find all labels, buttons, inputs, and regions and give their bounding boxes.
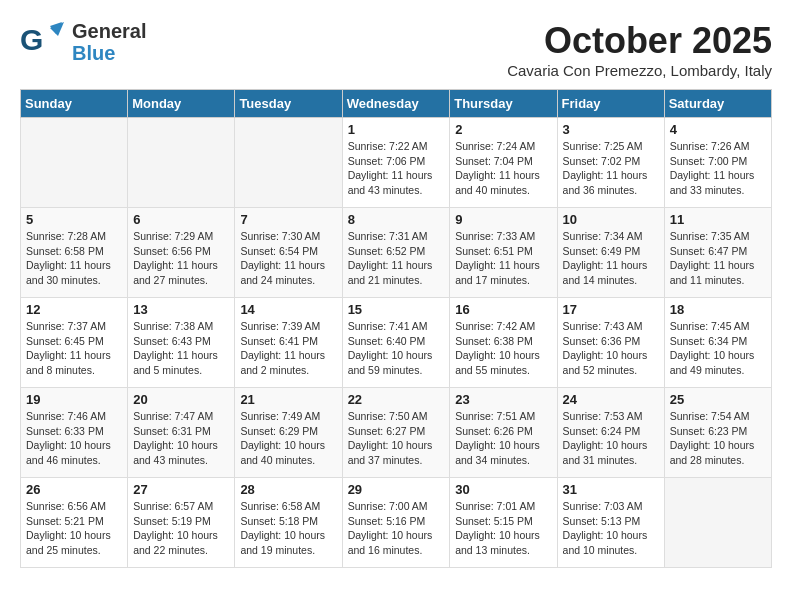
logo-subtext: Blue — [72, 42, 146, 64]
calendar-week-row: 19Sunrise: 7:46 AM Sunset: 6:33 PM Dayli… — [21, 388, 772, 478]
day-number: 22 — [348, 392, 445, 407]
calendar-cell: 15Sunrise: 7:41 AM Sunset: 6:40 PM Dayli… — [342, 298, 450, 388]
calendar-cell: 9Sunrise: 7:33 AM Sunset: 6:51 PM Daylig… — [450, 208, 557, 298]
day-number: 27 — [133, 482, 229, 497]
day-number: 10 — [563, 212, 659, 227]
day-number: 1 — [348, 122, 445, 137]
day-number: 13 — [133, 302, 229, 317]
day-info: Sunrise: 7:51 AM Sunset: 6:26 PM Dayligh… — [455, 409, 551, 468]
calendar-day-header: Friday — [557, 90, 664, 118]
calendar-cell: 2Sunrise: 7:24 AM Sunset: 7:04 PM Daylig… — [450, 118, 557, 208]
calendar-cell: 14Sunrise: 7:39 AM Sunset: 6:41 PM Dayli… — [235, 298, 342, 388]
day-number: 12 — [26, 302, 122, 317]
calendar-week-row: 12Sunrise: 7:37 AM Sunset: 6:45 PM Dayli… — [21, 298, 772, 388]
day-number: 29 — [348, 482, 445, 497]
day-info: Sunrise: 7:50 AM Sunset: 6:27 PM Dayligh… — [348, 409, 445, 468]
calendar-cell — [235, 118, 342, 208]
calendar-cell: 28Sunrise: 6:58 AM Sunset: 5:18 PM Dayli… — [235, 478, 342, 568]
day-info: Sunrise: 7:00 AM Sunset: 5:16 PM Dayligh… — [348, 499, 445, 558]
day-info: Sunrise: 7:01 AM Sunset: 5:15 PM Dayligh… — [455, 499, 551, 558]
day-number: 19 — [26, 392, 122, 407]
day-number: 3 — [563, 122, 659, 137]
day-info: Sunrise: 7:35 AM Sunset: 6:47 PM Dayligh… — [670, 229, 766, 288]
calendar-week-row: 1Sunrise: 7:22 AM Sunset: 7:06 PM Daylig… — [21, 118, 772, 208]
calendar-week-row: 26Sunrise: 6:56 AM Sunset: 5:21 PM Dayli… — [21, 478, 772, 568]
day-info: Sunrise: 6:58 AM Sunset: 5:18 PM Dayligh… — [240, 499, 336, 558]
calendar-cell — [664, 478, 771, 568]
day-info: Sunrise: 7:34 AM Sunset: 6:49 PM Dayligh… — [563, 229, 659, 288]
location-subtitle: Cavaria Con Premezzo, Lombardy, Italy — [507, 62, 772, 79]
calendar-cell: 24Sunrise: 7:53 AM Sunset: 6:24 PM Dayli… — [557, 388, 664, 478]
calendar-cell: 16Sunrise: 7:42 AM Sunset: 6:38 PM Dayli… — [450, 298, 557, 388]
calendar-cell — [128, 118, 235, 208]
logo: G General Blue — [20, 20, 146, 64]
day-number: 18 — [670, 302, 766, 317]
calendar-day-header: Tuesday — [235, 90, 342, 118]
day-number: 11 — [670, 212, 766, 227]
day-number: 6 — [133, 212, 229, 227]
calendar-table: SundayMondayTuesdayWednesdayThursdayFrid… — [20, 89, 772, 568]
day-info: Sunrise: 7:39 AM Sunset: 6:41 PM Dayligh… — [240, 319, 336, 378]
calendar-cell: 1Sunrise: 7:22 AM Sunset: 7:06 PM Daylig… — [342, 118, 450, 208]
logo-icon: G — [20, 20, 64, 64]
calendar-cell: 6Sunrise: 7:29 AM Sunset: 6:56 PM Daylig… — [128, 208, 235, 298]
calendar-cell: 21Sunrise: 7:49 AM Sunset: 6:29 PM Dayli… — [235, 388, 342, 478]
calendar-cell: 7Sunrise: 7:30 AM Sunset: 6:54 PM Daylig… — [235, 208, 342, 298]
day-number: 28 — [240, 482, 336, 497]
calendar-cell: 3Sunrise: 7:25 AM Sunset: 7:02 PM Daylig… — [557, 118, 664, 208]
calendar-cell: 12Sunrise: 7:37 AM Sunset: 6:45 PM Dayli… — [21, 298, 128, 388]
day-info: Sunrise: 7:22 AM Sunset: 7:06 PM Dayligh… — [348, 139, 445, 198]
calendar-cell: 4Sunrise: 7:26 AM Sunset: 7:00 PM Daylig… — [664, 118, 771, 208]
day-number: 14 — [240, 302, 336, 317]
calendar-day-header: Saturday — [664, 90, 771, 118]
day-info: Sunrise: 7:42 AM Sunset: 6:38 PM Dayligh… — [455, 319, 551, 378]
day-info: Sunrise: 6:57 AM Sunset: 5:19 PM Dayligh… — [133, 499, 229, 558]
page-header: G General Blue October 2025 Cavaria Con … — [20, 20, 772, 79]
day-number: 2 — [455, 122, 551, 137]
svg-text:G: G — [20, 23, 43, 56]
day-number: 17 — [563, 302, 659, 317]
calendar-cell: 30Sunrise: 7:01 AM Sunset: 5:15 PM Dayli… — [450, 478, 557, 568]
calendar-cell: 10Sunrise: 7:34 AM Sunset: 6:49 PM Dayli… — [557, 208, 664, 298]
day-info: Sunrise: 7:30 AM Sunset: 6:54 PM Dayligh… — [240, 229, 336, 288]
calendar-cell: 19Sunrise: 7:46 AM Sunset: 6:33 PM Dayli… — [21, 388, 128, 478]
calendar-cell: 29Sunrise: 7:00 AM Sunset: 5:16 PM Dayli… — [342, 478, 450, 568]
calendar-cell: 5Sunrise: 7:28 AM Sunset: 6:58 PM Daylig… — [21, 208, 128, 298]
calendar-cell: 31Sunrise: 7:03 AM Sunset: 5:13 PM Dayli… — [557, 478, 664, 568]
day-number: 21 — [240, 392, 336, 407]
day-info: Sunrise: 7:43 AM Sunset: 6:36 PM Dayligh… — [563, 319, 659, 378]
day-info: Sunrise: 7:28 AM Sunset: 6:58 PM Dayligh… — [26, 229, 122, 288]
day-number: 30 — [455, 482, 551, 497]
calendar-header-row: SundayMondayTuesdayWednesdayThursdayFrid… — [21, 90, 772, 118]
day-number: 24 — [563, 392, 659, 407]
calendar-cell: 27Sunrise: 6:57 AM Sunset: 5:19 PM Dayli… — [128, 478, 235, 568]
day-info: Sunrise: 7:26 AM Sunset: 7:00 PM Dayligh… — [670, 139, 766, 198]
month-title: October 2025 — [507, 20, 772, 62]
day-info: Sunrise: 7:24 AM Sunset: 7:04 PM Dayligh… — [455, 139, 551, 198]
day-info: Sunrise: 7:54 AM Sunset: 6:23 PM Dayligh… — [670, 409, 766, 468]
calendar-cell: 22Sunrise: 7:50 AM Sunset: 6:27 PM Dayli… — [342, 388, 450, 478]
day-info: Sunrise: 7:38 AM Sunset: 6:43 PM Dayligh… — [133, 319, 229, 378]
calendar-day-header: Monday — [128, 90, 235, 118]
calendar-cell — [21, 118, 128, 208]
day-info: Sunrise: 7:33 AM Sunset: 6:51 PM Dayligh… — [455, 229, 551, 288]
title-block: October 2025 Cavaria Con Premezzo, Lomba… — [507, 20, 772, 79]
calendar-day-header: Sunday — [21, 90, 128, 118]
day-info: Sunrise: 7:53 AM Sunset: 6:24 PM Dayligh… — [563, 409, 659, 468]
day-number: 9 — [455, 212, 551, 227]
day-number: 8 — [348, 212, 445, 227]
calendar-cell: 20Sunrise: 7:47 AM Sunset: 6:31 PM Dayli… — [128, 388, 235, 478]
calendar-cell: 13Sunrise: 7:38 AM Sunset: 6:43 PM Dayli… — [128, 298, 235, 388]
calendar-cell: 26Sunrise: 6:56 AM Sunset: 5:21 PM Dayli… — [21, 478, 128, 568]
day-info: Sunrise: 7:45 AM Sunset: 6:34 PM Dayligh… — [670, 319, 766, 378]
day-number: 7 — [240, 212, 336, 227]
day-number: 23 — [455, 392, 551, 407]
day-info: Sunrise: 7:31 AM Sunset: 6:52 PM Dayligh… — [348, 229, 445, 288]
calendar-week-row: 5Sunrise: 7:28 AM Sunset: 6:58 PM Daylig… — [21, 208, 772, 298]
calendar-cell: 17Sunrise: 7:43 AM Sunset: 6:36 PM Dayli… — [557, 298, 664, 388]
day-info: Sunrise: 7:41 AM Sunset: 6:40 PM Dayligh… — [348, 319, 445, 378]
day-info: Sunrise: 7:47 AM Sunset: 6:31 PM Dayligh… — [133, 409, 229, 468]
day-info: Sunrise: 6:56 AM Sunset: 5:21 PM Dayligh… — [26, 499, 122, 558]
day-number: 4 — [670, 122, 766, 137]
calendar-cell: 23Sunrise: 7:51 AM Sunset: 6:26 PM Dayli… — [450, 388, 557, 478]
